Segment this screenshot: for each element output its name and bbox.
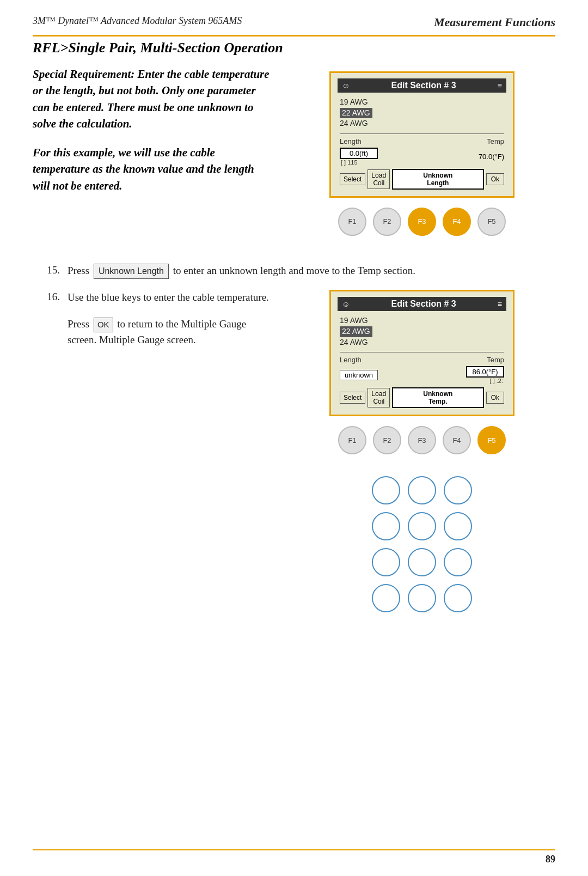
screen2-btn-ok[interactable]: Ok	[486, 392, 504, 404]
screen1-title: Edit Section # 3	[391, 81, 456, 90]
screen2-icon-right: ≡	[498, 300, 502, 308]
screen2-divider	[340, 352, 504, 352]
awg2-item-22: 22 AWG	[340, 326, 372, 337]
screen2-awg-list: 19 AWG 22 AWG 24 AWG	[340, 315, 504, 348]
screen1-divider	[340, 133, 504, 134]
screen1-length-sub: [ ] 115	[340, 159, 358, 166]
substep16-ok-btn[interactable]: OK	[94, 318, 113, 332]
substep16-text-before: Press	[68, 318, 89, 330]
fkeys-row-1: F1 F2 F3 F4 F5	[338, 208, 506, 236]
special-requirement-text: Special Requirement: Enter the cable tem…	[33, 66, 272, 132]
circle-btn-8[interactable]	[408, 548, 436, 576]
screen2-labels-row: Length Temp	[340, 356, 504, 364]
step15-text-before: Press	[68, 265, 89, 276]
screen2-body: 19 AWG 22 AWG 24 AWG Length Temp unknown	[338, 315, 506, 408]
screen1-temp-value: 70.0(°F)	[479, 153, 504, 161]
page-number: 89	[546, 854, 555, 865]
awg-item-24: 24 AWG	[340, 118, 504, 129]
circle-btn-4[interactable]	[372, 512, 400, 540]
circle-btn-11[interactable]	[408, 584, 436, 612]
page-footer: 89	[33, 849, 555, 865]
header-right-text: Measurement Functions	[434, 15, 555, 29]
fkey2-f5[interactable]: F5	[477, 426, 506, 454]
fkey1-f1[interactable]: F1	[338, 208, 366, 236]
step-16-text: Use the blue keys to enter the cable tem…	[68, 290, 272, 306]
circle-btn-7[interactable]	[372, 548, 400, 576]
awg-item-22: 22 AWG	[340, 108, 372, 119]
screen1-btn-load-coil[interactable]: LoadCoil	[367, 169, 390, 189]
screen2-length-value: unknown	[340, 370, 378, 380]
section-title-bar: RFL>Single Pair, Multi-Section Operation	[33, 35, 555, 56]
circle-btn-6[interactable]	[444, 512, 472, 540]
screen1-length-value: 0.0(ft)	[340, 148, 378, 159]
step-15-num: 15.	[33, 263, 60, 276]
screen1-length-label: Length	[340, 137, 362, 145]
blue-circles-grid	[372, 476, 472, 612]
fkey1-f3[interactable]: F3	[408, 208, 436, 236]
page-header: 3M™ Dynatel™ Advanced Modular System 965…	[33, 15, 555, 29]
screen2-header: ☺ Edit Section # 3 ≡	[338, 297, 506, 311]
fkey1-f5[interactable]: F5	[477, 208, 506, 236]
screen1-buttons: Select LoadCoil UnknownLength Ok	[340, 169, 504, 190]
circle-btn-9[interactable]	[444, 548, 472, 576]
fkey1-f4[interactable]: F4	[443, 208, 471, 236]
step15-unknown-length-btn[interactable]: Unknown Length	[94, 264, 169, 279]
screen2-length-label: Length	[340, 356, 362, 364]
awg2-item-19: 19 AWG	[340, 315, 504, 326]
screen1-icon-right: ≡	[498, 81, 502, 90]
screen1-temp-label: Temp	[487, 137, 504, 145]
circle-btn-5[interactable]	[408, 512, 436, 540]
screen2-values-row: unknown 86.0(°F) [ ] .2:	[340, 366, 504, 384]
fkey2-f3[interactable]: F3	[408, 426, 436, 454]
section-title: RFL>Single Pair, Multi-Section Operation	[33, 40, 555, 56]
section-title-main: Single Pair, Multi-Section Operation	[68, 40, 283, 56]
for-example-text: For this example, we will use the cable …	[33, 144, 272, 194]
screen1-header: ☺ Edit Section # 3 ≡	[338, 78, 506, 93]
screen2-btn-load-coil[interactable]: LoadCoil	[367, 388, 390, 407]
second-device-area: 16. Use the blue keys to enter the cable…	[33, 290, 555, 612]
device-screen-2: ☺ Edit Section # 3 ≡ 19 AWG 22 AWG 24 AW…	[329, 290, 514, 416]
page-container: 3M™ Dynatel™ Advanced Modular System 965…	[0, 0, 588, 876]
right-column-screen1: ☺ Edit Section # 3 ≡ 19 AWG 22 AWG 24 AW…	[289, 66, 555, 247]
screen1-awg-list: 19 AWG 22 AWG 24 AWG	[340, 97, 504, 129]
awg2-item-24: 24 AWG	[340, 337, 504, 348]
step-15: 15. Press Unknown Length to enter an unk…	[33, 263, 555, 279]
second-screen-col: ☺ Edit Section # 3 ≡ 19 AWG 22 AWG 24 AW…	[289, 290, 555, 612]
circle-btn-12[interactable]	[444, 584, 472, 612]
screen2-btn-unknown[interactable]: UnknownTemp.	[392, 387, 484, 408]
circle-btn-1[interactable]	[372, 476, 400, 504]
screen2-icon-left: ☺	[342, 300, 350, 308]
awg-item-19: 19 AWG	[340, 97, 504, 108]
fkeys-row-2: F1 F2 F3 F4 F5	[338, 426, 506, 454]
screen2-buttons: Select LoadCoil UnknownTemp. Ok	[340, 387, 504, 408]
circle-btn-2[interactable]	[408, 476, 436, 504]
left-column: Special Requirement: Enter the cable tem…	[33, 66, 272, 247]
top-content-area: Special Requirement: Enter the cable tem…	[33, 66, 555, 247]
screen2-temp-value: 86.0(°F)	[466, 366, 504, 378]
screen1-btn-ok[interactable]: Ok	[486, 173, 504, 185]
fkey2-f2[interactable]: F2	[373, 426, 401, 454]
screen2-title: Edit Section # 3	[391, 299, 456, 309]
screen1-btn-select[interactable]: Select	[340, 173, 365, 185]
screen1-labels-row: Length Temp	[340, 137, 504, 145]
step-16: 16. Use the blue keys to enter the cable…	[33, 290, 272, 306]
circle-btn-10[interactable]	[372, 584, 400, 612]
screen2-btn-select[interactable]: Select	[340, 392, 365, 404]
fkey2-f4[interactable]: F4	[443, 426, 471, 454]
screen1-icon-left: ☺	[342, 81, 350, 90]
screen1-btn-unknown[interactable]: UnknownLength	[392, 169, 484, 190]
screen2-temp-label: Temp	[487, 356, 504, 364]
device-screen-1: ☺ Edit Section # 3 ≡ 19 AWG 22 AWG 24 AW…	[329, 71, 514, 198]
screen1-body: 19 AWG 22 AWG 24 AWG Length Temp 0.0(ft)…	[338, 97, 506, 190]
screen2-temp-sub: [ ] .2:	[490, 378, 504, 384]
rfl-text: RFL>	[33, 40, 68, 56]
header-left-text: 3M™ Dynatel™ Advanced Modular System 965…	[33, 15, 242, 27]
step-16-num: 16.	[33, 290, 60, 303]
fkey1-f2[interactable]: F2	[373, 208, 401, 236]
steps-section: 15. Press Unknown Length to enter an unk…	[33, 263, 555, 612]
screen1-values-row: 0.0(ft) [ ] 115 70.0(°F)	[340, 148, 504, 166]
step-16-col: 16. Use the blue keys to enter the cable…	[33, 290, 272, 612]
circle-btn-3[interactable]	[444, 476, 472, 504]
fkey2-f1[interactable]: F1	[338, 426, 366, 454]
sub-step-16: Press OK to return to the Multiple Gauge…	[68, 317, 272, 348]
